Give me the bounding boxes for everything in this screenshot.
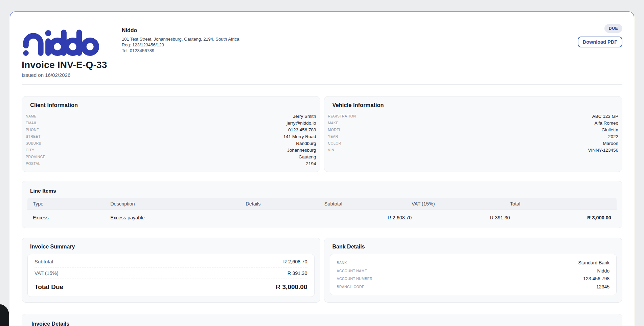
vehicle-information-title: Vehicle Information: [332, 102, 619, 108]
bank-row: ACCOUNT NAME Niddo: [337, 267, 610, 275]
bank-row: ACCOUNT NUMBER 123 456 798: [337, 275, 610, 283]
page-title: Invoice INV-E-Q-33: [22, 60, 622, 70]
table-header-cell: VAT (15%): [412, 201, 510, 207]
info-row: SUBURB Randburg: [26, 140, 316, 147]
info-value: 141 Merry Road: [283, 134, 316, 139]
info-cards-row: Client Information NAME Jerry Smith EMAI…: [22, 96, 622, 172]
info-label: PHONE: [26, 128, 39, 132]
summary-rows: Subtotal R 2,608.70 VAT (15%) R 391.30: [34, 256, 307, 279]
info-row: MODEL Giulietta: [328, 126, 619, 133]
info-value: Johannesburg: [287, 148, 316, 153]
invoice-page-card: Niddo 101 Test Street, Johannesburg, Gau…: [10, 12, 634, 326]
info-row: PROVINCE Gauteng: [26, 153, 316, 160]
bank-details-title: Bank Details: [332, 244, 617, 249]
bank-value: Standard Bank: [578, 260, 610, 265]
header-actions: DUE Download PDF: [578, 24, 622, 47]
info-value: Gauteng: [299, 154, 316, 159]
cell-subtotal: R 2,608.70: [324, 215, 412, 220]
info-row: STREET 141 Merry Road: [26, 133, 316, 140]
info-value: 2022: [608, 134, 618, 139]
company-address: 101 Test Street, Johannesburg, Gauteng, …: [122, 36, 239, 42]
info-label: POSTAL: [26, 161, 40, 166]
info-label: EMAIL: [26, 121, 37, 125]
company-info: Niddo 101 Test Street, Johannesburg, Gau…: [122, 27, 239, 53]
bank-label: ACCOUNT NAME: [337, 269, 367, 273]
cell-type: Excess: [33, 215, 110, 220]
cursor-artifact: [0, 304, 9, 326]
info-value: Giulietta: [601, 127, 618, 132]
total-due-label: Total Due: [34, 283, 63, 291]
bank-value: 123 456 798: [583, 276, 610, 281]
info-value: Alfa Romeo: [594, 121, 618, 126]
info-row: EMAIL jerry@niddo.io: [26, 119, 316, 126]
bank-row: BANK Standard Bank: [337, 259, 610, 267]
info-label: YEAR: [328, 134, 338, 138]
info-row: COLOR Maroon: [328, 140, 619, 147]
info-value: Jerry Smith: [293, 114, 316, 119]
cell-description: Excess payable: [110, 215, 246, 220]
total-due-value: R 3,000.00: [276, 283, 307, 291]
company-tel: Tel: 0123456789: [122, 48, 239, 53]
info-label: MAKE: [328, 121, 339, 125]
summary-row: Subtotal R 2,608.70: [34, 256, 307, 267]
table-header-cell: Type: [33, 201, 110, 207]
total-due-row: Total Due R 3,000.00: [34, 279, 307, 296]
download-pdf-button[interactable]: Download PDF: [578, 37, 622, 47]
company-name: Niddo: [122, 27, 239, 34]
bank-label: BANK: [337, 261, 347, 265]
invoice-summary-card: Invoice Summary Subtotal R 2,608.70 VAT …: [22, 238, 320, 303]
bank-label: BRANCH CODE: [337, 285, 365, 289]
cell-vat: R 391.30: [412, 215, 510, 220]
table-header-cell: Details: [246, 201, 324, 207]
bank-details-card: Bank Details BANK Standard Bank ACCOUNT …: [324, 238, 623, 303]
info-value: VINNY-123456: [588, 148, 618, 153]
bank-value: Niddo: [597, 268, 610, 274]
info-label: COLOR: [328, 141, 341, 145]
info-value: jerry@niddo.io: [286, 121, 316, 126]
info-row: POSTAL 2194: [26, 160, 316, 167]
line-items-card: Line Items Type Description Details Subt…: [22, 181, 622, 228]
line-items-title: Line Items: [30, 188, 617, 194]
page-header: Niddo 101 Test Street, Johannesburg, Gau…: [22, 25, 622, 57]
vehicle-information-card: Vehicle Information REGISTRATION ABC 123…: [324, 96, 623, 172]
invoice-details-title: Invoice Details: [31, 321, 615, 326]
issued-date: Issued on 16/02/2026: [22, 72, 622, 78]
cell-details: -: [246, 215, 324, 220]
client-information-rows: NAME Jerry Smith EMAIL jerry@niddo.io PH…: [26, 113, 316, 167]
client-information-card: Client Information NAME Jerry Smith EMAI…: [22, 96, 320, 172]
page-background: Niddo 101 Test Street, Johannesburg, Gau…: [0, 0, 644, 326]
table-header-cell: Description: [110, 201, 246, 207]
info-label: STREET: [26, 134, 41, 138]
info-value: ABC 123 GP: [592, 114, 618, 119]
info-row: REGISTRATION ABC 123 GP: [328, 113, 619, 119]
info-row: CITY Johannesburg: [26, 147, 316, 153]
info-row: MAKE Alfa Romeo: [328, 119, 619, 126]
info-label: VIN: [328, 148, 335, 152]
info-value: Maroon: [603, 141, 618, 146]
info-label: MODEL: [328, 128, 341, 132]
niddo-logo-icon: [22, 29, 100, 56]
info-label: CITY: [26, 148, 34, 152]
client-information-title: Client Information: [30, 102, 316, 108]
bank-details-box: BANK Standard Bank ACCOUNT NAME Niddo AC…: [330, 254, 617, 295]
summary-value: R 391.30: [288, 270, 307, 276]
table-header-cell: Total: [510, 201, 611, 207]
table-header-row: Type Description Details Subtotal VAT (1…: [27, 198, 617, 210]
bank-row: BRANCH CODE 12345: [337, 283, 610, 291]
summary-value: R 2,608.70: [283, 259, 307, 264]
info-label: REGISTRATION: [328, 114, 356, 118]
summary-label: Subtotal: [34, 259, 53, 264]
company-reg: Reg: 123/123456/123: [122, 42, 239, 48]
summary-row: VAT (15%) R 391.30: [34, 267, 307, 279]
table-row: Excess Excess payable - R 2,608.70 R 391…: [27, 210, 617, 223]
invoice-details-card: Invoice Details: [22, 314, 622, 326]
summary-label: VAT (15%): [34, 270, 59, 276]
info-label: NAME: [26, 114, 37, 118]
info-row: VIN VINNY-123456: [328, 147, 619, 153]
table-body: Excess Excess payable - R 2,608.70 R 391…: [27, 210, 617, 223]
info-value: Randburg: [296, 141, 316, 146]
header-divider: [22, 84, 622, 85]
niddo-logo: [22, 29, 100, 57]
cell-total: R 3,000.00: [510, 215, 611, 220]
info-value: 2194: [306, 161, 316, 166]
